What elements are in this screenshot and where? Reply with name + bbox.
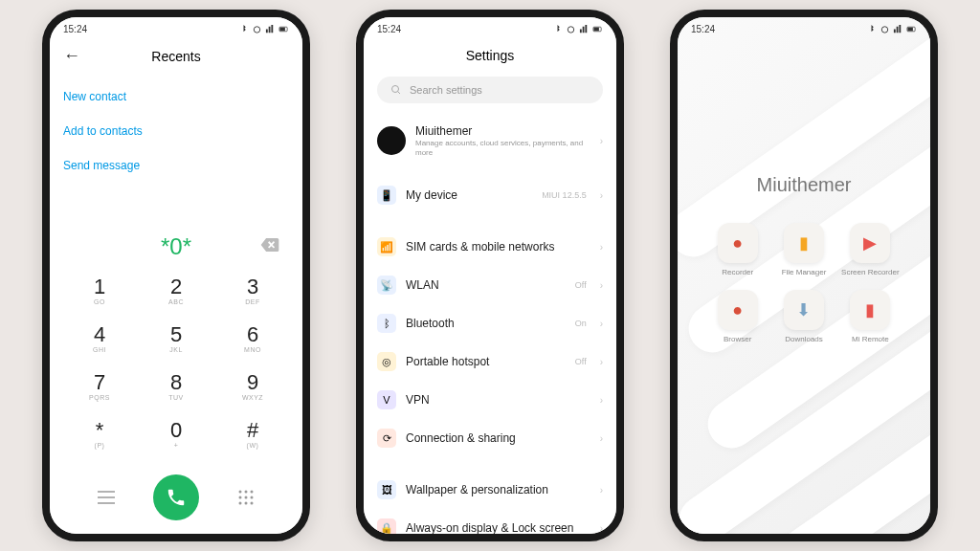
back-icon[interactable]: ← <box>63 46 80 66</box>
key-digit: 4 <box>94 324 105 345</box>
bluetooth-icon <box>866 24 877 34</box>
app-icon: ⬇ <box>784 290 824 330</box>
statusbar: 15:24 <box>50 17 302 40</box>
phone-frame-dialer: 15:24 ← Recents New contact Add to conta… <box>42 10 310 541</box>
call-button[interactable] <box>153 474 199 520</box>
status-time: 15:24 <box>63 24 87 34</box>
app-icon: ▮ <box>784 223 824 263</box>
key-3[interactable]: 3DEF <box>220 270 285 312</box>
settings-row[interactable]: ᛒ Bluetooth On › <box>377 304 603 342</box>
dial-display: *0* <box>50 214 302 270</box>
chevron-right-icon: › <box>600 433 603 444</box>
svg-point-8 <box>251 496 254 499</box>
signal-icon <box>265 24 276 34</box>
bluetooth-icon <box>552 24 563 34</box>
svg-point-0 <box>254 26 259 32</box>
key-7[interactable]: 7PQRS <box>67 365 132 408</box>
key-digit: 7 <box>94 372 105 393</box>
row-title: Bluetooth <box>406 317 566 330</box>
svg-point-11 <box>251 502 254 505</box>
key-2[interactable]: 2ABC <box>144 270 209 312</box>
key-0[interactable]: 0+ <box>144 413 209 455</box>
account-name: Miuithemer <box>415 124 590 138</box>
key-*[interactable]: *(P) <box>67 413 132 455</box>
status-icons <box>552 24 603 34</box>
app-label: Downloads <box>785 335 823 343</box>
key-letters: DEF <box>245 298 260 305</box>
app-file-manager[interactable]: ▮ File Manager <box>770 223 836 276</box>
settings-list: Miuithemer Manage accounts, cloud servic… <box>364 115 616 534</box>
settings-row[interactable]: V VPN › <box>377 381 603 419</box>
backspace-button[interactable] <box>260 238 279 255</box>
app-mi-remote[interactable]: ▮ Mi Remote <box>837 290 903 343</box>
key-digit: 0 <box>170 420 182 441</box>
settings-row[interactable]: 🔒 Always-on display & Lock screen › <box>377 509 603 534</box>
settings-row[interactable]: ◎ Portable hotspot Off › <box>377 342 603 381</box>
key-4[interactable]: 4GHI <box>67 318 132 360</box>
chevron-right-icon: › <box>600 319 603 329</box>
app-downloads[interactable]: ⬇ Downloads <box>770 290 836 343</box>
app-label: Browser <box>724 335 751 343</box>
key-6[interactable]: 6MNO <box>220 318 285 360</box>
row-title: Connection & sharing <box>406 431 590 445</box>
key-letters: GHI <box>93 346 106 353</box>
app-screen-recorder[interactable]: ▶ Screen Recorder <box>837 223 903 276</box>
settings-row[interactable]: 📱 My device MIUI 12.5.5 › <box>377 176 603 214</box>
add-to-contacts-link[interactable]: Add to contacts <box>63 114 289 148</box>
key-1[interactable]: 1GO <box>67 270 132 312</box>
alarm-icon <box>880 24 890 34</box>
app-label: File Manager <box>782 268 827 276</box>
app-label: Mi Remote <box>852 335 889 343</box>
account-row[interactable]: Miuithemer Manage accounts, cloud servic… <box>377 115 603 166</box>
key-9[interactable]: 9WXYZ <box>220 365 285 408</box>
app-icon: ▮ <box>850 290 890 330</box>
settings-row[interactable]: 🖼 Wallpaper & personalization › <box>377 471 603 509</box>
svg-point-9 <box>239 502 242 505</box>
key-letters: PQRS <box>89 394 110 401</box>
menu-button[interactable] <box>87 478 125 517</box>
dialed-number: *0* <box>161 233 191 260</box>
svg-rect-2 <box>279 27 285 31</box>
dialer-bottom-row <box>50 469 302 534</box>
statusbar: 15:24 <box>364 17 616 40</box>
dialpad-toggle-button[interactable] <box>227 478 265 517</box>
row-title: SIM cards & mobile networks <box>406 240 590 253</box>
search-input[interactable]: Search settings <box>377 77 603 103</box>
row-icon: 📡 <box>377 276 396 295</box>
battery-icon <box>906 24 917 34</box>
chevron-right-icon: › <box>600 280 603 291</box>
app-grid: ● Recorder▮ File Manager▶ Screen Recorde… <box>678 223 930 343</box>
key-#[interactable]: #(W) <box>220 413 285 455</box>
key-8[interactable]: 8TUV <box>144 365 209 408</box>
send-message-link[interactable]: Send message <box>63 148 289 183</box>
svg-point-10 <box>245 502 248 505</box>
row-icon: ⟳ <box>377 429 396 448</box>
key-letters: (W) <box>247 442 259 449</box>
chevron-right-icon: › <box>600 242 603 253</box>
key-letters: ABC <box>168 298 184 305</box>
row-title: Wallpaper & personalization <box>406 483 590 496</box>
account-sub: Manage accounts, cloud services, payment… <box>415 139 590 157</box>
chevron-right-icon: › <box>600 136 603 146</box>
keypad: 1GO2ABC3DEF4GHI5JKL6MNO7PQRS8TUV9WXYZ*(P… <box>50 270 302 469</box>
app-recorder[interactable]: ● Recorder <box>704 223 770 276</box>
key-5[interactable]: 5JKL <box>144 318 209 360</box>
settings-row[interactable]: 📡 WLAN Off › <box>377 266 603 304</box>
svg-point-16 <box>881 26 887 32</box>
key-digit: 3 <box>247 276 258 298</box>
chevron-right-icon: › <box>600 523 603 534</box>
new-contact-link[interactable]: New contact <box>63 79 289 114</box>
key-digit: 8 <box>170 372 182 393</box>
svg-point-7 <box>245 496 248 499</box>
settings-row[interactable]: 📶 SIM cards & mobile networks › <box>377 228 603 266</box>
folder-title: Miuithemer <box>678 40 930 223</box>
key-digit: * <box>96 420 104 441</box>
key-digit: 9 <box>247 372 258 393</box>
battery-icon <box>278 24 289 34</box>
key-digit: # <box>247 420 258 441</box>
app-browser[interactable]: ● Browser <box>704 290 770 343</box>
chevron-right-icon: › <box>600 395 603 406</box>
settings-title: Settings <box>364 40 616 77</box>
settings-row[interactable]: ⟳ Connection & sharing › <box>377 419 603 457</box>
dialer-title: Recents <box>151 49 200 64</box>
